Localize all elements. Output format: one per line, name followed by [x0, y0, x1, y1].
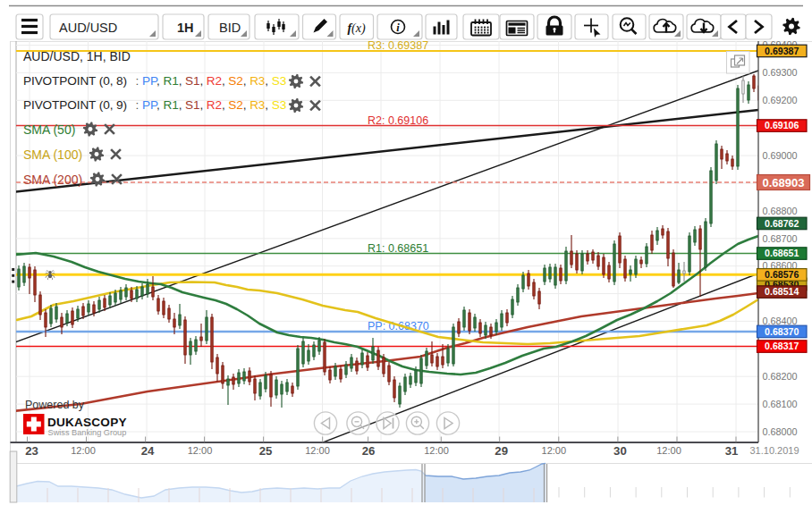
- svg-text:0.68903: 0.68903: [763, 176, 805, 189]
- svg-text:0.69000: 0.69000: [763, 150, 798, 161]
- svg-text:R2: 0.69106: R2: 0.69106: [368, 114, 428, 127]
- svg-text:23: 23: [25, 444, 38, 458]
- svg-text:BID: BID: [219, 21, 241, 35]
- svg-text:0.69300: 0.69300: [763, 67, 798, 78]
- svg-text:0.69387: 0.69387: [765, 46, 799, 56]
- svg-text:1H: 1H: [177, 21, 194, 35]
- svg-text:0.68400: 0.68400: [763, 316, 798, 326]
- svg-text:0.68700: 0.68700: [763, 233, 798, 244]
- svg-text:R3: 0.69387: R3: 0.69387: [368, 39, 428, 52]
- svg-text:12:00: 12:00: [656, 445, 681, 456]
- svg-text:25: 25: [259, 444, 273, 458]
- svg-text:AUD/USD, 1H, BID: AUD/USD, 1H, BID: [23, 49, 131, 63]
- svg-text:PIVOTPOINT (0, 8) : PP, R1, S1: PIVOTPOINT (0, 8) : PP, R1, S1, R2, S2, …: [23, 74, 286, 88]
- svg-text:0.68370: 0.68370: [765, 326, 799, 337]
- svg-text:Swiss Banking Group: Swiss Banking Group: [48, 428, 127, 437]
- svg-text:0.68762: 0.68762: [765, 218, 799, 229]
- svg-text:0.69106: 0.69106: [765, 120, 799, 130]
- svg-text:0.68576: 0.68576: [765, 269, 799, 280]
- svg-text:AUD/USD: AUD/USD: [59, 21, 117, 35]
- svg-text:12:00: 12:00: [424, 445, 449, 456]
- svg-text:0.68000: 0.68000: [763, 426, 798, 437]
- svg-text:0.68651: 0.68651: [765, 248, 799, 258]
- svg-text:0.68800: 0.68800: [763, 206, 798, 216]
- svg-text:29: 29: [495, 444, 508, 458]
- svg-text:f(x): f(x): [347, 21, 366, 36]
- svg-text:PIVOTPOINT (0, 9) : PP, R1, S1: PIVOTPOINT (0, 9) : PP, R1, S1, R2, S2, …: [23, 98, 286, 112]
- svg-text:0.68200: 0.68200: [763, 371, 798, 382]
- svg-text:SMA (50): SMA (50): [23, 122, 75, 137]
- svg-text:0.68317: 0.68317: [765, 341, 799, 351]
- svg-text:SMA (100): SMA (100): [23, 147, 82, 162]
- svg-text:12:00: 12:00: [71, 445, 96, 456]
- svg-text:24: 24: [141, 444, 155, 458]
- svg-text:i: i: [396, 21, 400, 34]
- svg-text:0.68514: 0.68514: [765, 286, 799, 297]
- svg-text:R1: 0.68651: R1: 0.68651: [368, 242, 428, 255]
- svg-text:0.68100: 0.68100: [763, 399, 798, 409]
- svg-text:DUKASCOPY: DUKASCOPY: [47, 416, 127, 429]
- svg-text:0.69200: 0.69200: [763, 95, 798, 105]
- svg-text:31.10.2019: 31.10.2019: [749, 445, 799, 456]
- svg-text:12:00: 12:00: [305, 445, 330, 456]
- svg-text:30: 30: [613, 444, 627, 458]
- svg-text:26: 26: [362, 444, 376, 458]
- svg-text:12:00: 12:00: [542, 445, 567, 456]
- svg-text:12:00: 12:00: [188, 445, 213, 456]
- svg-text:Powered by: Powered by: [25, 399, 85, 411]
- svg-text:SMA (200): SMA (200): [23, 173, 82, 187]
- svg-text:31: 31: [725, 444, 739, 458]
